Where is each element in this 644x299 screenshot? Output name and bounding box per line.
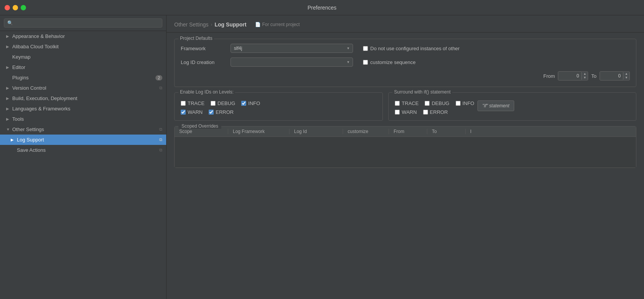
to-spinner: ▲ ▼ [600, 71, 630, 80]
arrow-icon: ▶ [6, 44, 10, 49]
window-controls[interactable] [5, 5, 26, 10]
sidebar-item-tools[interactable]: ▶ Tools [0, 114, 166, 124]
scoped-overrides-section: Scoped Overrides Scope Log Framework Log… [174, 126, 636, 168]
do-not-use-label: Do not use configured instances of other [370, 46, 459, 51]
log-id-label: Log ID creation [181, 59, 227, 65]
surround-trace-checkbox[interactable] [395, 101, 400, 106]
surround-error-checkbox[interactable] [423, 110, 428, 115]
s-trace-item: TRACE [395, 100, 418, 106]
surround-warn-checkbox[interactable] [395, 110, 400, 115]
framework-select[interactable]: slf4j log4j log4j2 logback java.util.log… [230, 44, 353, 53]
col-from: From [389, 129, 427, 134]
breadcrumb-separator: › [211, 22, 212, 27]
surround-if-section: Surround with if() statement TRACE D [388, 92, 636, 121]
sidebar-item-label: Languages & Frameworks [12, 106, 70, 112]
from-label: From [543, 73, 555, 79]
warn-checkbox[interactable] [181, 110, 186, 115]
from-spinner-buttons: ▲ ▼ [581, 72, 588, 80]
surround-debug-checkbox[interactable] [425, 101, 430, 106]
from-decrement-button[interactable]: ▼ [582, 76, 588, 80]
log-id-select[interactable]: Sequential UUID Custom [230, 58, 353, 67]
maximize-button[interactable] [21, 5, 26, 10]
sidebar-item-editor[interactable]: ▶ Editor [0, 62, 166, 72]
customize-sequence-row: customize sequence [363, 59, 416, 65]
minimize-button[interactable] [13, 5, 18, 10]
project-label: For current project [262, 22, 300, 27]
table-header: Scope Log Framework Log Id customize Fro… [175, 127, 636, 137]
s-warn-item: WARN [395, 109, 417, 115]
info-label: INFO [248, 100, 260, 106]
log-levels-grid: TRACE DEBUG INFO [181, 100, 376, 115]
sidebar-item-build[interactable]: ▶ Build, Execution, Deployment [0, 93, 166, 104]
sidebar-item-plugins[interactable]: ▶ Plugins 2 [0, 72, 166, 83]
debug-label: DEBUG [217, 100, 235, 106]
sidebar-item-log-support[interactable]: ▶ Log Support ⧉ [0, 135, 166, 145]
search-input[interactable] [4, 18, 162, 28]
sidebar-item-keymap[interactable]: ▶ Keymap [0, 52, 166, 62]
sidebar-item-version-control[interactable]: ▶ Version Control ⧉ [0, 83, 166, 93]
sidebar-item-label: Appearance & Behavior [12, 33, 65, 39]
customize-sequence-label: customize sequence [370, 59, 416, 65]
info-checkbox[interactable] [241, 101, 246, 106]
sidebar-item-languages[interactable]: ▶ Languages & Frameworks [0, 104, 166, 114]
arrow-icon: ▶ [6, 86, 10, 90]
warn-label: WARN [188, 109, 203, 115]
surround-row1: TRACE DEBUG INFO [395, 100, 474, 106]
plugins-badge: 2 [155, 75, 162, 80]
arrow-icon: ▶ [6, 65, 10, 69]
arrow-icon: ▶ [6, 117, 10, 121]
from-to-row: From ▲ ▼ To ▲ ▼ [181, 71, 630, 80]
sidebar-item-other-settings[interactable]: ▼ Other Settings ⧉ [0, 124, 166, 135]
section-title-scoped-overrides: Scoped Overrides [180, 123, 220, 129]
to-input[interactable] [600, 72, 623, 80]
trace-item: TRACE [181, 100, 204, 106]
enable-log-ids-section: Enable Log IDs on Levels: TRACE DEBUG [174, 92, 383, 121]
error-checkbox[interactable] [209, 110, 214, 115]
s-debug-item: DEBUG [425, 100, 449, 106]
log-id-select-wrapper: Sequential UUID Custom [230, 58, 353, 67]
surround-trace-label: TRACE [402, 100, 418, 106]
sidebar-item-label: Editor [12, 64, 25, 70]
from-input[interactable] [558, 72, 581, 80]
from-increment-button[interactable]: ▲ [582, 72, 588, 76]
sidebar-item-alibaba[interactable]: ▶ Alibaba Cloud Toolkit [0, 41, 166, 52]
do-not-use-checkbox[interactable] [363, 46, 368, 51]
to-decrement-button[interactable]: ▼ [623, 76, 629, 80]
sidebar-item-appearance[interactable]: ▶ Appearance & Behavior [0, 31, 166, 41]
close-button[interactable] [5, 5, 10, 10]
arrow-icon: ▶ [6, 34, 10, 38]
from-spinner: ▲ ▼ [558, 71, 588, 80]
sidebar-item-label: Keymap [12, 54, 31, 60]
arrow-icon: ▶ [11, 138, 15, 142]
to-increment-button[interactable]: ▲ [623, 72, 629, 76]
surround-info-label: INFO [463, 100, 474, 106]
sidebar-item-save-actions[interactable]: ▶ Save Actions ⧉ [0, 145, 166, 155]
arrow-icon: ▼ [6, 127, 10, 131]
sidebar-item-label: Other Settings [12, 127, 44, 132]
surround-info-checkbox[interactable] [456, 101, 461, 106]
sidebar-item-label: Log Support [17, 137, 44, 143]
error-item: ERROR [209, 109, 234, 115]
framework-row: Framework slf4j log4j log4j2 logback jav… [181, 44, 630, 53]
arrow-icon: ▶ [6, 96, 10, 100]
col-log-id: Log Id [289, 129, 343, 134]
sidebar: ▶ Appearance & Behavior ▶ Alibaba Cloud … [0, 15, 167, 299]
window-title: Preferences [307, 5, 336, 11]
scoped-overrides-table-body [175, 137, 636, 168]
debug-checkbox[interactable] [211, 101, 216, 106]
project-icon: 📄 [255, 22, 261, 27]
sidebar-item-label: Alibaba Cloud Toolkit [12, 44, 59, 49]
section-title-enable-log-ids: Enable Log IDs on Levels: [178, 89, 235, 95]
copy-icon: ⧉ [159, 85, 162, 90]
trace-label: TRACE [188, 100, 204, 106]
trace-checkbox[interactable] [181, 101, 186, 106]
sidebar-item-label: Build, Execution, Deployment [12, 95, 77, 101]
sidebar-item-label: Plugins [12, 75, 29, 80]
content-area: Other Settings › Log Support 📄 For curre… [167, 15, 644, 299]
sidebar-item-label: Save Actions [17, 147, 46, 153]
customize-sequence-checkbox[interactable] [363, 60, 368, 65]
warn-item: WARN [181, 109, 203, 115]
col-customize: customize [343, 129, 389, 134]
log-levels-row1: TRACE DEBUG INFO [181, 100, 376, 106]
copy-icon: ⧉ [159, 137, 162, 142]
